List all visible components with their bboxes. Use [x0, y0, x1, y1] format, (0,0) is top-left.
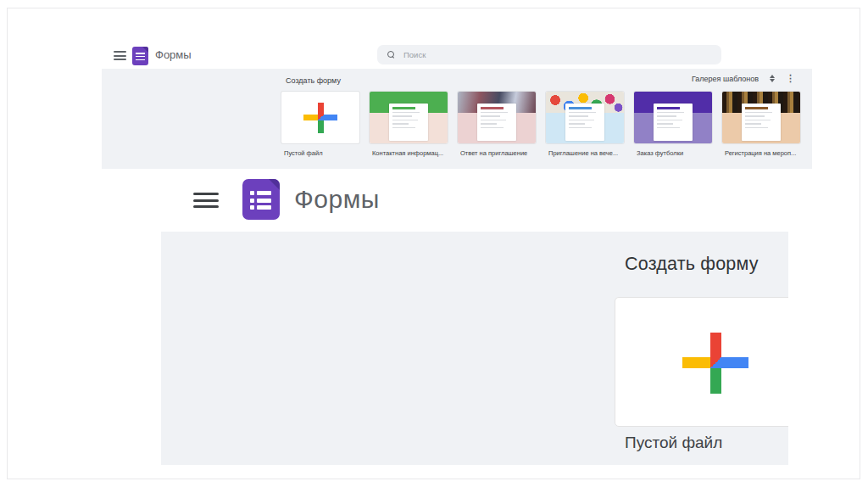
template-card-label: Заказ футболки [634, 149, 712, 157]
template-card-label: Регистрация на мероп... [722, 149, 800, 157]
template-thumb-sheet [389, 104, 428, 141]
search-input[interactable]: Поиск [377, 45, 721, 64]
template-thumb-sheet [742, 104, 781, 141]
blank-form-card[interactable] [615, 297, 788, 427]
slide: Формы Поиск Создать форму Галерея шаблон… [0, 0, 868, 487]
template-item-4: Заказ футболки [634, 92, 712, 157]
template-card[interactable] [546, 92, 624, 143]
forms-logo-lines [136, 53, 145, 62]
blank-form-label: Пустой файл [625, 434, 722, 452]
search-icon [387, 51, 395, 59]
google-plus-icon [303, 103, 337, 134]
template-cards-row: Пустой файл Контактная информац... Ответ… [281, 92, 800, 157]
create-form-panel: Создать форму Пустой файл [161, 232, 788, 465]
template-card-label: Ответ на приглашение [458, 149, 536, 157]
app-title-zoomed: Формы [294, 185, 380, 214]
forms-logo-lines [250, 191, 271, 213]
search-placeholder: Поиск [403, 50, 426, 59]
unfold-more-icon[interactable] [770, 75, 775, 82]
template-gallery-button[interactable]: Галерея шаблонов [692, 75, 759, 83]
template-item-1: Контактная информац... [370, 92, 448, 157]
menu-icon[interactable] [114, 51, 126, 60]
app-title: Формы [155, 48, 192, 61]
template-item-3: Приглашение на вече... [546, 92, 624, 157]
template-gallery-strip: Создать форму Галерея шаблонов ⋮ Пустой … [102, 69, 812, 169]
template-card-label: Контактная информац... [370, 149, 448, 157]
template-thumb-sheet [654, 104, 693, 141]
template-card[interactable] [370, 92, 448, 143]
google-plus-icon [682, 333, 748, 394]
page-fold [142, 47, 148, 53]
create-form-label-zoomed: Создать форму [625, 254, 759, 275]
forms-logo-icon[interactable] [132, 47, 148, 65]
template-thumb-sheet [565, 104, 604, 141]
more-options-icon[interactable]: ⋮ [786, 74, 795, 83]
template-card[interactable] [281, 92, 359, 143]
template-card[interactable] [722, 92, 800, 143]
template-item-5: Регистрация на мероп... [722, 92, 800, 157]
template-item-2: Ответ на приглашение [458, 92, 536, 157]
template-card-label: Приглашение на вече... [546, 149, 624, 157]
template-item-0: Пустой файл [281, 92, 359, 157]
template-card[interactable] [458, 92, 536, 143]
menu-icon-zoomed[interactable] [193, 193, 219, 208]
template-card-label: Пустой файл [281, 149, 359, 157]
template-card[interactable] [634, 92, 712, 143]
forms-logo-icon-zoomed[interactable] [242, 179, 280, 220]
create-form-label: Создать форму [286, 76, 341, 85]
page-fold [269, 179, 280, 190]
template-thumb-sheet [477, 104, 516, 141]
